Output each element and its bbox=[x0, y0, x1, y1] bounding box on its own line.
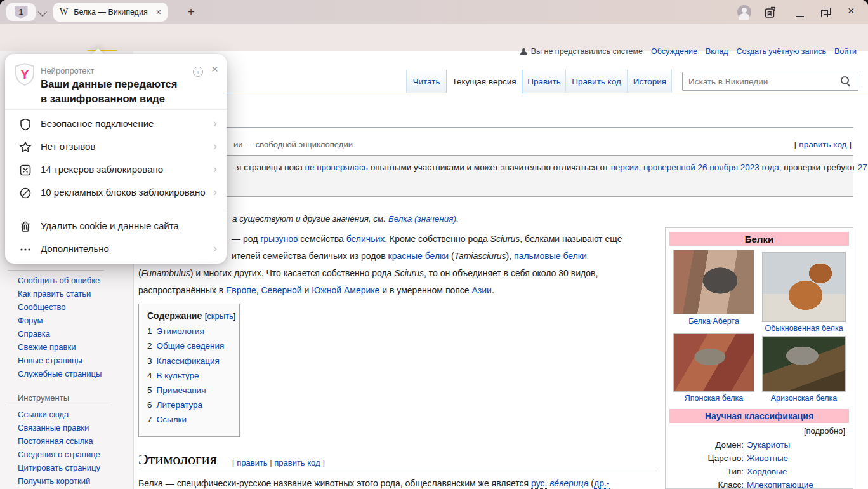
sidebar-link[interactable]: Как править статьи bbox=[18, 289, 91, 298]
login-status: Вы не представились системе bbox=[531, 47, 643, 56]
taxobox: Белки Белка Аберта Обыкновенная белка Яп… bbox=[665, 227, 853, 489]
classification-row: Тип: Хордовые bbox=[666, 467, 850, 476]
popup-app-name: Нейропротект bbox=[41, 66, 94, 76]
link-login[interactable]: Войти bbox=[834, 47, 857, 56]
squirrel-photo-aberts[interactable] bbox=[673, 250, 754, 314]
shield-icon bbox=[19, 118, 32, 131]
popup-divider bbox=[5, 109, 227, 110]
title-underline bbox=[138, 127, 853, 128]
sidebar-link[interactable]: Ссылки сюда bbox=[18, 410, 69, 419]
sidebar-link[interactable]: Справка bbox=[18, 329, 50, 338]
tab-edit[interactable]: Править bbox=[522, 70, 565, 93]
chevron-right-icon: › bbox=[213, 241, 217, 255]
menu-item-trackers-blocked[interactable]: 14 трекеров заблокировано › bbox=[5, 159, 227, 182]
sidebar-link[interactable]: Сообщить об ошибке bbox=[18, 276, 100, 285]
menu-item-delete-cookies[interactable]: Удалить cookie и данные сайта bbox=[5, 215, 227, 238]
bookmarks-panel-icon[interactable] bbox=[765, 6, 777, 18]
squirrel-photo-japanese[interactable] bbox=[673, 333, 754, 392]
tab-close-icon[interactable]: × bbox=[156, 7, 161, 17]
more-dots-icon bbox=[19, 243, 32, 256]
toc-hide-link[interactable]: [скрыть] bbox=[205, 311, 236, 321]
ad-block-icon bbox=[19, 187, 32, 199]
detail-link[interactable]: [подробно] bbox=[804, 426, 845, 436]
wikipedia-favicon: W bbox=[60, 7, 68, 17]
minimize-icon[interactable] bbox=[796, 16, 804, 17]
taxobox-title: Белки bbox=[669, 232, 849, 246]
classification-row: Класс: Млекопитающие bbox=[666, 480, 850, 489]
chevron-right-icon: › bbox=[213, 185, 217, 199]
sidebar-link[interactable]: Цитировать страницу bbox=[18, 463, 100, 472]
browser-window: 1 W Белка — Википедия × + × Я bbox=[0, 0, 868, 489]
banner-text: я страницы пока не проверялась опытными … bbox=[237, 163, 867, 172]
unreviewed-banner: я страницы пока не проверялась опытными … bbox=[143, 155, 853, 197]
sidebar-link[interactable]: Постоянная ссылка bbox=[18, 436, 93, 446]
table-of-contents: Содержание [скрыть] 1Этимология 2Общие с… bbox=[138, 304, 240, 437]
etymology-paragraph: Белка — специфически-русское название жи… bbox=[138, 478, 610, 488]
toc-item: 2Общие сведения bbox=[147, 341, 239, 351]
trash-icon bbox=[19, 220, 32, 233]
chevron-down-icon[interactable] bbox=[38, 8, 47, 17]
menu-item-secure-connection[interactable]: Безопасное подключение › bbox=[5, 113, 227, 136]
avatar[interactable] bbox=[737, 5, 751, 19]
tab-read[interactable]: Читать bbox=[406, 70, 446, 93]
paragraph-line: (Funambulus) и многих других. Что касает… bbox=[138, 268, 598, 278]
popup-divider bbox=[5, 210, 227, 210]
user-icon bbox=[520, 48, 527, 55]
paragraph-line: — род грызунов семейства беличьих. Кроме… bbox=[232, 234, 622, 244]
site-subtitle: ии — свободной энциклопедии bbox=[233, 140, 353, 149]
image-caption[interactable]: Японская белка bbox=[673, 394, 754, 403]
paragraph-line: распространённых в Европе, Северной и Юж… bbox=[138, 285, 494, 295]
info-icon[interactable]: i bbox=[193, 67, 203, 77]
tab-count-badge: 1 bbox=[15, 6, 28, 19]
tab-edit-source[interactable]: Править код bbox=[565, 70, 628, 93]
sidebar-link[interactable]: Форум bbox=[18, 316, 43, 325]
tab-history[interactable]: История bbox=[628, 70, 672, 93]
image-caption[interactable]: Белка Аберта bbox=[673, 317, 754, 326]
image-caption[interactable]: Обыкновенная белка bbox=[762, 324, 846, 333]
sidebar-link[interactable]: Свежие правки bbox=[18, 342, 76, 352]
link-discussion[interactable]: Обсуждение bbox=[651, 47, 697, 56]
sidebar-link[interactable]: Получить короткий bbox=[18, 476, 90, 486]
sidebar-tools-header: Инструменты bbox=[18, 393, 69, 403]
paragraph-line: ителей семейства беличьих из родов красн… bbox=[232, 251, 587, 261]
menu-item-ads-blocked[interactable]: 10 рекламных блоков заблокировано › bbox=[5, 182, 227, 204]
toc-item: 1Этимология bbox=[147, 326, 239, 336]
star-icon bbox=[19, 141, 32, 154]
link-create-account[interactable]: Создать учётную запись bbox=[736, 47, 826, 56]
personal-bar: Вы не представились системе Обсуждение В… bbox=[520, 47, 857, 56]
protect-popup: Y Нейропротект i × Ваши данные передаютс… bbox=[5, 54, 227, 264]
toc-item: 4В культуре bbox=[147, 371, 239, 380]
popup-close-icon[interactable]: × bbox=[211, 62, 218, 76]
svg-text:Y: Y bbox=[20, 67, 29, 81]
squirrel-photo-red[interactable] bbox=[762, 252, 846, 322]
wiki-search-box[interactable] bbox=[682, 72, 858, 91]
sidebar-link[interactable]: Связанные правки bbox=[18, 423, 89, 432]
restore-icon[interactable] bbox=[821, 8, 831, 18]
section-edit-links[interactable]: [ править | править код ] bbox=[232, 458, 325, 467]
new-tab-button[interactable]: + bbox=[183, 4, 199, 20]
search-input[interactable] bbox=[683, 72, 839, 90]
image-caption[interactable]: Аризонская белка bbox=[762, 394, 846, 403]
sidebar-divider-line bbox=[8, 405, 109, 405]
section-heading-etymology: Этимология bbox=[138, 451, 217, 468]
chevron-right-icon: › bbox=[213, 116, 217, 130]
menu-item-more[interactable]: Дополнительно › bbox=[5, 238, 227, 261]
sidebar-link[interactable]: Сведения о странице bbox=[18, 450, 100, 459]
chevron-right-icon: › bbox=[213, 139, 217, 153]
menu-item-reviews[interactable]: Нет отзывов › bbox=[5, 136, 227, 159]
search-icon[interactable] bbox=[841, 76, 851, 86]
close-icon[interactable]: × bbox=[848, 4, 855, 18]
link-contributions[interactable]: Вклад bbox=[706, 47, 728, 56]
tab-belka-wikipedia[interactable]: W Белка — Википедия × bbox=[53, 3, 168, 22]
squirrel-photo-arizona[interactable] bbox=[762, 336, 846, 392]
toc-item: 6Литература bbox=[147, 400, 239, 410]
tab-counter-button[interactable]: 1 bbox=[6, 3, 36, 21]
sidebar-link[interactable]: Новые страницы bbox=[18, 356, 82, 365]
popup-title: Ваши данные передаются в зашифрованном в… bbox=[41, 77, 177, 106]
classification-header[interactable]: Научная классификация bbox=[669, 409, 849, 423]
edit-code-link[interactable]: [ править код ] bbox=[794, 140, 852, 149]
blocked-tracker-icon bbox=[19, 164, 32, 177]
sidebar-link[interactable]: Служебные страницы bbox=[18, 369, 102, 378]
sidebar-link[interactable]: Сообщество bbox=[18, 302, 66, 312]
tab-current-version[interactable]: Текущая версия bbox=[446, 70, 522, 93]
